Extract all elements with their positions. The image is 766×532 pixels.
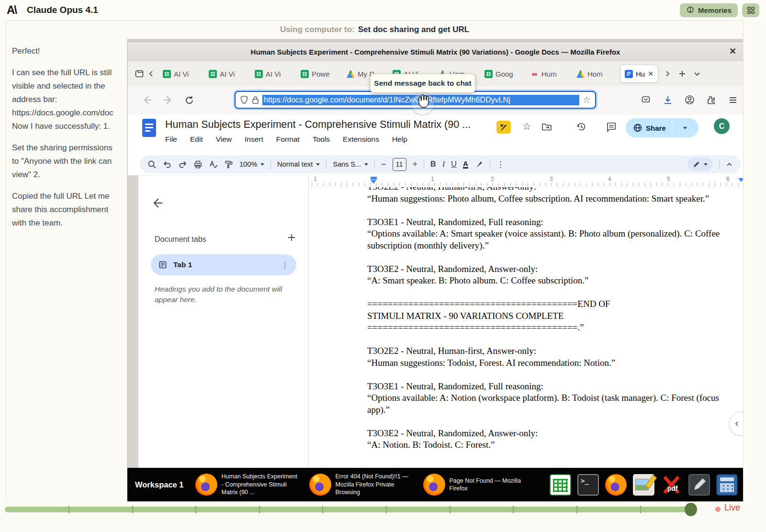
forward-icon[interactable] [162, 94, 174, 106]
browser-tab[interactable]: AI Vi [204, 65, 250, 82]
undo-icon[interactable] [163, 160, 172, 169]
chat-sidebar: Perfect! I can see the full URL is still… [6, 39, 127, 502]
pdf-viewer-icon[interactable]: pdf [661, 474, 682, 496]
avatar[interactable]: C [714, 118, 730, 134]
zoom-select[interactable]: 100% [239, 160, 264, 168]
spellcheck-icon[interactable] [209, 160, 218, 169]
share-button[interactable]: Share [626, 118, 698, 137]
move-folder-icon[interactable] [541, 122, 552, 131]
firefox-view-icon[interactable] [135, 69, 144, 79]
account-icon[interactable] [685, 95, 695, 105]
font-size-input[interactable]: 11 [393, 158, 406, 171]
firefox-icon[interactable] [605, 474, 627, 496]
timeline-knob[interactable] [685, 503, 697, 516]
first-line-indent-marker[interactable] [371, 177, 377, 180]
paint-format-icon[interactable] [224, 160, 233, 169]
browser-tab[interactable]: ∞ Hum [526, 65, 572, 82]
paragraph-style-select[interactable]: Normal text [277, 160, 320, 168]
doc-line: “A: Notion. B: Todoist. C: Forest.” [367, 439, 732, 451]
browser-tab[interactable]: AI Vi [250, 65, 296, 82]
lock-icon[interactable] [252, 96, 259, 104]
anthropic-logo-icon: A\ [7, 3, 16, 17]
download-icon[interactable] [663, 95, 673, 105]
pocket-icon[interactable] [641, 95, 651, 105]
ruler[interactable]: 1 1 2 3 4 5 6 [309, 175, 743, 187]
grid-menu-button[interactable] [742, 3, 759, 17]
menu-help[interactable]: Help [392, 135, 407, 144]
image-viewer-icon[interactable] [633, 474, 654, 496]
bold-button[interactable]: B [430, 160, 436, 169]
close-tab-icon[interactable]: ✕ [648, 70, 653, 78]
reload-icon[interactable] [184, 95, 194, 105]
menu-view[interactable]: View [216, 135, 232, 144]
app-tray: >_ pdf [550, 474, 738, 496]
browser-tab[interactable]: Goog [480, 65, 526, 82]
italic-button[interactable]: I [442, 159, 445, 169]
menu-edit[interactable]: Edit [190, 135, 203, 144]
memories-button[interactable]: Memories [680, 3, 738, 17]
taskbar-window[interactable]: Human Subjects Experiment - Comprehensiv… [195, 473, 309, 497]
print-icon[interactable] [193, 160, 203, 169]
chat-paragraph: Set the sharing permissions to "Anyone w… [12, 141, 120, 181]
doc-line: T3O3E2 - Neutral, Randomized, Answer-onl… [367, 428, 732, 440]
search-icon[interactable] [147, 160, 157, 169]
close-icon[interactable]: ✕ [729, 46, 736, 57]
tab-options-icon[interactable]: ⋮ [281, 260, 289, 270]
browser-tab[interactable]: Powe [296, 65, 342, 82]
comments-icon[interactable] [606, 122, 617, 132]
menu-file[interactable]: File [165, 135, 177, 144]
text-color-button[interactable]: A [463, 160, 468, 169]
workspace-label[interactable]: Workspace 1 [135, 480, 184, 489]
text-editor-icon[interactable] [688, 474, 710, 496]
timeline-track[interactable] [5, 507, 697, 512]
docs-logo-icon[interactable] [142, 119, 156, 137]
desktop-edge-strip [128, 175, 138, 468]
active-browser-tab[interactable]: Hu ✕ [620, 65, 658, 83]
font-select[interactable]: Sans S... [333, 160, 368, 168]
decrease-font-icon[interactable]: − [381, 159, 386, 170]
extensions-icon[interactable] [706, 95, 716, 105]
sheets-favicon [301, 70, 309, 78]
document-title[interactable]: Human Subjects Experiment - Comprehensiv… [165, 119, 471, 131]
version-history-icon[interactable] [576, 121, 587, 132]
shield-icon[interactable] [240, 95, 248, 104]
highlight-color-icon[interactable] [474, 160, 484, 169]
bookmark-star-icon[interactable]: ☆ [583, 94, 591, 105]
editing-mode-select[interactable] [687, 158, 713, 171]
docs-toolbar-row: 100% Normal text Sans S... − 11 + B I U … [128, 153, 743, 175]
calculator-icon[interactable] [716, 474, 738, 496]
menu-format[interactable]: Format [276, 135, 300, 144]
left-indent-marker[interactable] [371, 180, 376, 184]
menu-insert[interactable]: Insert [245, 135, 263, 144]
collapse-toolbar-icon[interactable] [726, 161, 733, 168]
doc-status-badge-icon[interactable] [496, 121, 511, 134]
menu-tools[interactable]: Tools [313, 135, 330, 144]
scroll-tabs-right-icon[interactable] [664, 70, 671, 77]
back-icon[interactable] [141, 94, 153, 106]
redo-icon[interactable] [178, 160, 187, 169]
terminal-icon[interactable]: >_ [577, 474, 599, 496]
underline-button[interactable]: U [451, 160, 457, 169]
scroll-tabs-left-icon[interactable] [148, 70, 155, 77]
browser-tab[interactable]: Hom [572, 65, 618, 82]
taskbar-window[interactable]: Error 404 (Not Found)!!1 — Mozilla Firef… [309, 473, 423, 497]
brain-icon [686, 6, 695, 14]
more-tools-icon[interactable]: ⋮ [496, 159, 505, 170]
share-dropdown[interactable] [672, 127, 698, 129]
taskbar-window[interactable]: Page Not Found — Mozilla Firefox [423, 474, 537, 496]
back-arrow-icon[interactable] [151, 197, 163, 209]
firefox-window: Human Subjects Experiment - Comprehensiv… [127, 42, 743, 468]
list-tabs-icon[interactable] [694, 70, 700, 77]
document-page-area[interactable]: 1 1 2 3 4 5 6 T3O2E2 - Neutral, Human-f [309, 175, 743, 468]
libreoffice-calc-icon[interactable] [550, 474, 571, 496]
new-tab-icon[interactable] [678, 70, 686, 78]
add-tab-icon[interactable] [287, 233, 296, 242]
document-tab-item[interactable]: Tab 1 ⋮ [151, 254, 296, 275]
star-doc-icon[interactable]: ☆ [522, 121, 531, 132]
menu-extensions[interactable]: Extensions [343, 135, 379, 144]
browser-tab[interactable]: AI Vi [158, 65, 204, 82]
increase-font-icon[interactable]: + [413, 159, 418, 170]
right-indent-marker[interactable] [738, 178, 743, 182]
menu-icon[interactable] [728, 95, 738, 105]
document-text[interactable]: T3O2E2 - Neutral, Human-first, Answer-on… [309, 181, 735, 451]
